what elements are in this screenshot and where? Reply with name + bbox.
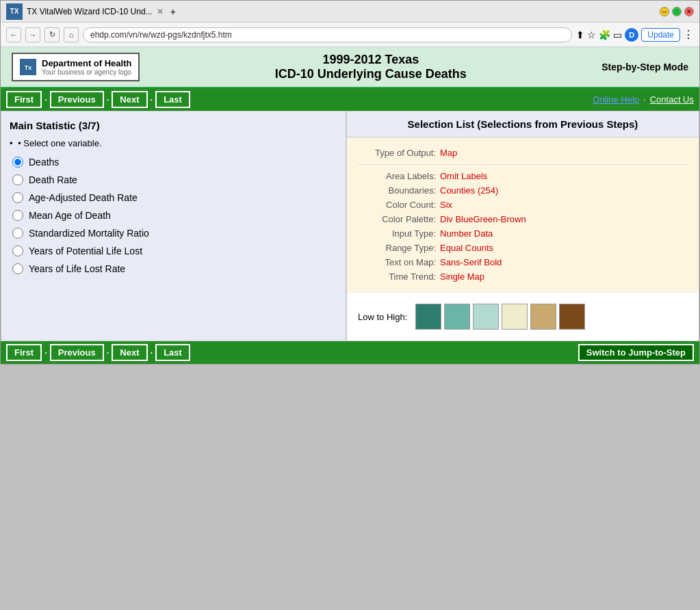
logo-title: Department of Health [42, 58, 131, 68]
swatch-4 [502, 304, 528, 330]
online-help-link[interactable]: Online Help [593, 94, 639, 105]
sel-value-boundaries: Counties (254) [440, 185, 498, 196]
radio-std-mortality[interactable]: Standardized Mortality Ratio [12, 228, 337, 239]
radio-ypll-input[interactable] [12, 246, 23, 256]
radio-mean-age-label: Mean Age of Death [29, 210, 111, 221]
tab-title: TX VitalWeb Wizard ICD-10 Und... [27, 7, 153, 16]
swatch-2 [444, 304, 470, 330]
sel-value-range-type: Equal Counts [440, 243, 493, 253]
radio-deaths[interactable]: Deaths [12, 157, 337, 168]
instruction-text: • Select one variable. [18, 138, 101, 148]
radio-yllr-label: Years of Life Lost Rate [29, 263, 125, 274]
sel-label-time-trend: Time Trend: [358, 271, 440, 282]
radio-std-mortality-input[interactable] [12, 228, 23, 239]
contact-us-link[interactable]: Contact Us [650, 94, 694, 105]
swatch-6 [559, 304, 585, 330]
dot-b1: · [44, 347, 47, 358]
new-tab-icon[interactable]: + [170, 6, 176, 17]
sidebar-icon[interactable]: ▭ [613, 29, 622, 40]
top-nav-right: Online Help · Contact Us [593, 94, 694, 105]
swatch-1 [415, 304, 441, 330]
sel-label-color-count: Color Count: [358, 200, 440, 210]
dot-b2: · [107, 347, 109, 358]
dot-2: · [107, 94, 109, 105]
radio-death-rate-label: Death Rate [29, 174, 77, 185]
previous-button-bottom[interactable]: Previous [50, 344, 104, 361]
radio-yllr-input[interactable] [12, 263, 23, 274]
sel-label-area-labels: Area Labels: [358, 171, 440, 181]
top-nav-strip: First · Previous · Next · Last Online He… [1, 88, 699, 111]
last-button-top[interactable]: Last [155, 91, 190, 108]
sel-row-text-on-map: Text on Map: Sans-Serif Bold [358, 255, 688, 269]
header-center: 1999-2012 Texas ICD-10 Underlying Cause … [275, 53, 467, 81]
radio-age-adjusted-input[interactable] [12, 192, 23, 203]
radio-mean-age[interactable]: Mean Age of Death [12, 210, 337, 221]
menu-icon[interactable]: ⋮ [683, 28, 694, 41]
first-button-top[interactable]: First [6, 91, 42, 108]
sel-label-output-type: Type of Output: [358, 148, 440, 158]
sel-value-color-count: Six [440, 200, 452, 210]
bookmark-icon[interactable]: ☆ [587, 29, 596, 40]
next-button-top[interactable]: Next [112, 91, 147, 108]
previous-button-top[interactable]: Previous [50, 91, 104, 108]
radio-mean-age-input[interactable] [12, 210, 23, 221]
logo-sub: Your business or agency logo [42, 68, 131, 76]
forward-btn[interactable]: → [25, 27, 40, 42]
tab-close-icon[interactable]: ✕ [157, 7, 164, 16]
minimize-btn[interactable]: ─ [660, 7, 669, 16]
address-bar[interactable] [83, 27, 572, 42]
selection-list-body: Type of Output: Map Area Labels: Omit La… [347, 137, 699, 292]
sel-value-area-labels: Omit Labels [440, 171, 487, 181]
header-mode: Step-by-Step Mode [601, 62, 688, 72]
panel-title: Main Statistic (3/7) [10, 120, 337, 131]
dot-1: · [44, 94, 47, 105]
header-title-line2: ICD-10 Underlying Cause Deaths [275, 67, 467, 81]
sel-row-time-trend: Time Trend: Single Map [358, 269, 688, 284]
sel-label-color-palette: Color Palette: [358, 214, 440, 224]
radio-deaths-label: Deaths [29, 157, 59, 168]
last-button-bottom[interactable]: Last [155, 344, 190, 361]
color-swatch-row: Low to High: [347, 292, 699, 341]
radio-deaths-input[interactable] [12, 157, 23, 168]
radio-death-rate[interactable]: Death Rate [12, 174, 337, 185]
sel-value-output-type: Map [440, 148, 457, 158]
extensions-icon[interactable]: 🧩 [599, 29, 610, 40]
sel-row-area-labels: Area Labels: Omit Labels [358, 169, 688, 183]
sel-value-time-trend: Single Map [440, 271, 484, 282]
close-btn[interactable]: ✕ [684, 7, 694, 16]
radio-age-adjusted-label: Age-Adjusted Death Rate [29, 192, 138, 203]
left-panel: Main Statistic (3/7) • • Select one vari… [1, 111, 346, 341]
maximize-btn[interactable]: □ [672, 7, 682, 16]
sel-row-input-type: Input Type: Number Data [358, 226, 688, 241]
sel-value-text-on-map: Sans-Serif Bold [440, 257, 502, 267]
radio-yllr[interactable]: Years of Life Lost Rate [12, 263, 337, 274]
share-icon[interactable]: ⬆ [576, 29, 584, 40]
sel-label-text-on-map: Text on Map: [358, 257, 440, 267]
statistic-radio-group: Deaths Death Rate Age-Adjusted Death Rat… [10, 157, 337, 274]
sel-row-range-type: Range Type: Equal Counts [358, 241, 688, 255]
swatch-label: Low to High: [358, 312, 407, 322]
sel-row-color-count: Color Count: Six [358, 198, 688, 212]
radio-death-rate-input[interactable] [12, 174, 23, 185]
header-title-line1: 1999-2012 Texas [275, 53, 467, 67]
dept-logo-svg: Tx [20, 59, 36, 75]
radio-age-adjusted[interactable]: Age-Adjusted Death Rate [12, 192, 337, 203]
bottom-nav-left: First · Previous · Next · Last [6, 344, 190, 361]
title-bar: TX TX VitalWeb Wizard ICD-10 Und... ✕ + … [1, 1, 699, 23]
swatch-3 [473, 304, 499, 330]
browser-nav-bar: ← → ↻ ⌂ ⬆ ☆ 🧩 ▭ D Update ⋮ [1, 23, 699, 47]
sel-label-boundaries: Boundaries: [358, 185, 440, 196]
home-btn[interactable]: ⌂ [64, 27, 79, 42]
switch-to-jump-button[interactable]: Switch to Jump-to-Step [578, 344, 694, 361]
reload-btn[interactable]: ↻ [44, 27, 60, 42]
radio-ypll[interactable]: Years of Potential Life Lost [12, 246, 337, 256]
first-button-bottom[interactable]: First [6, 344, 42, 361]
update-button[interactable]: Update [641, 28, 680, 42]
back-btn[interactable]: ← [6, 27, 21, 42]
selection-list-title: Selection List (Selections from Previous… [347, 111, 699, 137]
sel-label-range-type: Range Type: [358, 243, 440, 253]
logo-icon: Tx [20, 59, 36, 75]
sel-row-boundaries: Boundaries: Counties (254) [358, 183, 688, 198]
account-icon[interactable]: D [625, 28, 638, 42]
next-button-bottom[interactable]: Next [112, 344, 147, 361]
